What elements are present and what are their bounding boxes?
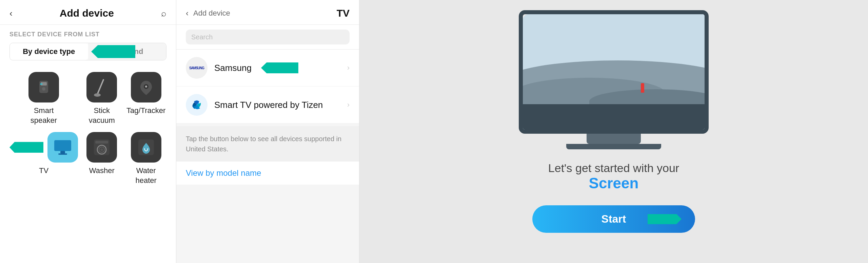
panel2-search-area: Search — [176, 25, 359, 50]
tv-frame — [519, 10, 709, 134]
samsung-logo: SAMSUNG — [186, 57, 208, 79]
arrow-device-type — [91, 45, 135, 58]
dark-layer — [523, 104, 709, 130]
device-item-smart-speaker[interactable]: AI Smartspeaker — [9, 72, 78, 125]
back-icon[interactable]: ‹ — [9, 8, 13, 19]
panel-start: Let's get started with your Screen Start — [359, 0, 868, 263]
stick-vacuum-label: Stickvacuum — [89, 106, 115, 125]
panel1-header: ‹ Add device ⌕ — [0, 0, 176, 25]
svg-rect-12 — [95, 141, 108, 144]
toggle-by-device-type[interactable]: By device type — [10, 43, 88, 60]
tag-tracker-icon-circle — [131, 72, 161, 102]
panel-add-device: ‹ Add device ⌕ SELECT DEVICE FROM LIST B… — [0, 0, 176, 263]
panel2-title: TV — [337, 7, 350, 19]
device-item-tv[interactable]: TV — [9, 132, 78, 185]
svg-point-5 — [94, 93, 101, 97]
stick-vacuum-icon — [93, 78, 110, 97]
chevron-right-samsung: › — [347, 63, 350, 72]
device-item-washer[interactable]: Washer — [81, 132, 122, 185]
tag-tracker-icon — [138, 78, 155, 97]
device-item-stick-vacuum[interactable]: Stickvacuum — [81, 72, 122, 125]
tv-icon-circle — [47, 132, 78, 163]
panel2-back-icon[interactable]: ‹ — [186, 8, 189, 18]
tv-illustration-container — [519, 10, 709, 149]
svg-rect-9 — [60, 151, 65, 153]
panel2-header: ‹ Add device TV — [176, 0, 359, 25]
tv-stand — [587, 134, 641, 144]
tag-tracker-label: Tag/Tracker — [126, 106, 165, 116]
panel2-search-bar[interactable]: Search — [186, 30, 350, 44]
panel-tv: ‹ Add device TV Search SAMSUNG Samsung › — [176, 0, 359, 263]
device-grid: AI Smartspeaker Stickvacuum — [0, 69, 176, 189]
svg-point-15 — [100, 148, 103, 151]
tizen-label: Smart TV powered by Tizen — [214, 100, 323, 110]
svg-rect-10 — [58, 153, 67, 155]
tv-label: TV — [39, 166, 48, 176]
section-label: SELECT DEVICE FROM LIST — [0, 25, 176, 43]
svg-text:AI: AI — [40, 83, 42, 85]
info-text: Tap the button below to see all devices … — [186, 135, 341, 153]
tv-row — [9, 132, 78, 163]
panel1-title: Add device — [60, 7, 114, 19]
brand-item-samsung[interactable]: SAMSUNG Samsung › — [176, 50, 359, 87]
svg-line-4 — [97, 80, 103, 94]
smart-speaker-label: Smartspeaker — [31, 106, 57, 125]
water-heater-icon — [137, 138, 155, 156]
device-item-water-heater[interactable]: Water heater — [126, 132, 167, 185]
panel2-breadcrumb: Add device — [193, 9, 230, 18]
brand-item-tizen[interactable]: Smart TV powered by Tizen › — [176, 87, 359, 124]
teal-arrow-samsung — [261, 62, 298, 73]
water-heater-label: Water heater — [126, 166, 167, 185]
start-label: Start — [601, 213, 626, 225]
tv-screen — [523, 14, 709, 130]
tv-base — [566, 144, 661, 149]
arrow-tv — [9, 142, 43, 153]
view-model-link[interactable]: View by model name — [176, 162, 359, 185]
washer-icon-circle — [86, 132, 117, 163]
chevron-right-tizen: › — [347, 100, 350, 109]
stick-vacuum-icon-circle — [86, 72, 117, 102]
water-heater-icon-circle — [131, 132, 161, 163]
svg-point-7 — [145, 86, 147, 88]
info-box: Tap the button below to see all devices … — [176, 126, 359, 162]
search-placeholder: Search — [191, 33, 213, 41]
tv-icon — [53, 139, 73, 156]
search-icon[interactable]: ⌕ — [161, 8, 166, 19]
welcome-text: Let's get started with your — [548, 162, 679, 175]
washer-icon — [93, 138, 111, 156]
pinwheel-svg — [190, 98, 203, 112]
samsung-label: Samsung — [214, 63, 252, 73]
start-button[interactable]: Start — [532, 205, 695, 233]
red-figure — [641, 83, 644, 93]
smart-speaker-icon-circle: AI — [28, 72, 59, 102]
welcome-highlight: Screen — [589, 175, 639, 192]
smart-speaker-icon: AI — [35, 79, 52, 96]
toggle-bar: By device type By brand — [9, 43, 166, 60]
start-arrow — [648, 214, 682, 224]
svg-rect-8 — [54, 140, 71, 151]
arrow-samsung — [261, 62, 298, 73]
svg-point-2 — [42, 87, 45, 91]
device-item-tag-tracker[interactable]: Tag/Tracker — [126, 72, 167, 125]
washer-label: Washer — [89, 166, 115, 176]
brand-list: SAMSUNG Samsung › Smart TV powered by — [176, 50, 359, 124]
tizen-logo — [186, 94, 208, 116]
